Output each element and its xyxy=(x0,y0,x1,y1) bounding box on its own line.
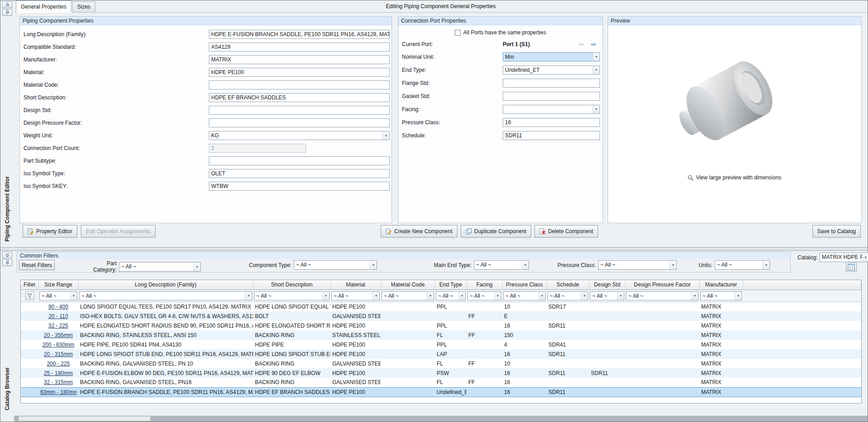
delete-component-button[interactable]: Delete Component xyxy=(534,225,598,238)
size-range-link[interactable]: 20 - 315mm xyxy=(38,349,78,359)
save-to-catalog-button[interactable]: Save to Catalog xyxy=(812,225,861,238)
field-input[interactable]: SDR11 xyxy=(503,131,600,140)
next-port-button[interactable]: ⇨ xyxy=(591,41,596,47)
checkbox-box-icon[interactable] xyxy=(455,30,461,36)
column-filter-combo[interactable]: ~ All ~▾ xyxy=(79,291,252,300)
size-range-link[interactable]: 200 - 225 xyxy=(38,359,78,368)
view-large-preview-link[interactable]: View large preview with dimensions xyxy=(608,174,861,181)
filter-funnel-button[interactable] xyxy=(25,291,34,300)
filter-combo[interactable]: ~ All ~▾ xyxy=(474,260,529,270)
size-range-link[interactable]: 32 - 225 xyxy=(38,321,78,330)
column-header[interactable]: End Type xyxy=(435,280,467,290)
reset-filters-button[interactable]: Reset Filters xyxy=(19,260,55,270)
field-input[interactable]: HDPE EF BRANCH SADDLES xyxy=(209,93,390,102)
pin-editor-panel-button[interactable] xyxy=(2,9,12,16)
field-label: Schedule: xyxy=(402,132,503,139)
horizontal-scrollbar[interactable] xyxy=(0,416,868,422)
column-header[interactable]: Design Pressure Factor xyxy=(625,280,699,290)
column-filter-combo[interactable]: ~ All ~▾ xyxy=(436,291,466,300)
column-header[interactable]: Material Code xyxy=(381,280,435,290)
field-combo[interactable]: ▾ xyxy=(503,105,600,114)
field-input[interactable]: HDPE PE100 xyxy=(209,68,390,77)
cell: 16 xyxy=(502,321,547,330)
field-input[interactable]: 16 xyxy=(503,118,600,127)
table-row[interactable]: 20 - 355mmBACKING RING, STAINLESS STEEL,… xyxy=(21,330,861,340)
tab-general-properties[interactable]: General Properties xyxy=(16,0,71,13)
size-range-link[interactable]: 20 - 110 xyxy=(38,311,78,321)
column-header[interactable]: Facing xyxy=(467,280,502,290)
column-header[interactable]: Size Range xyxy=(38,280,78,290)
field-input[interactable] xyxy=(503,92,600,101)
catalog-combo[interactable]: MATRIX HDPE Pipe Fitt ▾ xyxy=(820,253,868,262)
field-input[interactable] xyxy=(209,118,390,127)
column-filter-combo[interactable]: ~ All ~▾ xyxy=(467,291,501,300)
size-range-link[interactable]: 200 - 630mm xyxy=(38,340,78,349)
filter-combo[interactable]: ~ All ~▾ xyxy=(715,260,770,270)
property-editor-button[interactable]: Property Editor xyxy=(23,225,77,238)
collapse-browser-panel-button[interactable] xyxy=(2,252,12,258)
collapse-editor-panel-button[interactable] xyxy=(2,1,12,8)
field-combo[interactable]: Undefined_ET▾ xyxy=(503,66,600,75)
catalog-grid[interactable]: FilterSize RangeLong Description (Family… xyxy=(20,280,862,403)
field-input[interactable]: HDPE E-FUSION BRANCH SADDLE, PE100 SDR11… xyxy=(209,30,390,39)
column-filter-combo[interactable]: ~ All ~▾ xyxy=(503,291,546,300)
column-filter-combo[interactable]: ~ All ~▾ xyxy=(626,291,698,300)
size-range-link[interactable]: 32 - 315mm xyxy=(38,378,78,387)
duplicate-component-button[interactable]: Duplicate Component xyxy=(461,225,531,238)
field-combo[interactable]: Mm▾ xyxy=(503,52,600,61)
field-input[interactable]: OLET xyxy=(209,169,390,178)
scrollbar-thumb[interactable] xyxy=(19,416,151,421)
field-input[interactable] xyxy=(209,80,390,89)
size-range-link[interactable]: 20 - 355mm xyxy=(38,330,78,340)
previous-port-button[interactable]: ⇦ xyxy=(579,41,584,47)
tab-sizes[interactable]: Sizes xyxy=(72,1,95,12)
column-header[interactable]: Manufacturer xyxy=(699,280,743,290)
column-header[interactable]: Schedule xyxy=(547,280,589,290)
size-range-link[interactable]: 90 - 400 xyxy=(38,302,78,311)
size-range-link[interactable]: 25 - 180mm xyxy=(38,368,78,378)
table-row[interactable]: 25 - 180mmHDPE E-FUSION ELBOW 90 DEG, PE… xyxy=(21,368,861,378)
cell xyxy=(381,330,435,340)
filter-combo[interactable]: ~ All ~▾ xyxy=(119,262,201,272)
all-ports-same-properties-checkbox[interactable]: All Ports have the same properties xyxy=(398,27,603,38)
field-input[interactable]: WTBW xyxy=(209,182,390,191)
column-header[interactable]: Design Std xyxy=(589,280,625,290)
column-filter-combo[interactable]: ~ All ~▾ xyxy=(331,291,380,300)
table-row[interactable]: 200 - 630mmHDPE PIPE, PE100 SDR41 PN4, A… xyxy=(21,340,861,349)
size-range-link[interactable]: 63mm - 180mn xyxy=(38,387,78,397)
filter-column-cell xyxy=(21,359,38,368)
column-filter-combo[interactable]: ~ All ~▾ xyxy=(254,291,330,300)
field-input[interactable] xyxy=(209,156,390,165)
field-input[interactable]: MATRIX xyxy=(209,55,390,64)
cell: SDR11 xyxy=(547,349,589,359)
column-header[interactable]: Long Description (Family) xyxy=(78,280,253,290)
pin-browser-panel-button[interactable] xyxy=(2,259,12,266)
field-input[interactable] xyxy=(209,106,390,115)
grid-column-chooser-button[interactable] xyxy=(846,263,857,272)
column-filter-combo[interactable]: ~ All ~▾ xyxy=(590,291,624,300)
field-input[interactable]: 2 xyxy=(209,144,306,153)
table-row[interactable]: 200 - 225BACKING RING, GALVANISED STEEL,… xyxy=(21,359,861,368)
column-filter-combo[interactable]: ~ All ~▾ xyxy=(382,291,434,300)
column-filter-combo[interactable]: ~ All ~▾ xyxy=(700,291,742,300)
column-header[interactable]: Short Description xyxy=(253,280,330,290)
column-filter-combo[interactable]: ~ All ~▾ xyxy=(547,291,588,300)
field-combo[interactable]: KG▾ xyxy=(209,131,390,140)
create-new-component-button[interactable]: Create New Component xyxy=(381,225,458,238)
table-row[interactable]: 20 - 315mmHDPE LONG SPIGOT STUB END, PE1… xyxy=(21,349,861,359)
column-header[interactable]: Material xyxy=(330,280,381,290)
field-input[interactable]: AS4129 xyxy=(209,42,390,52)
table-row[interactable]: 20 - 110ISO-HEX BOLTS, GALV STEEL GR 4.6… xyxy=(21,311,861,321)
table-row[interactable]: 32 - 225HDPE ELONGATED SHORT RADIUS BEND… xyxy=(21,321,861,330)
cell: HDPE E-FUSION ELBOW 90 DEG, PE100 SDR11 … xyxy=(78,368,253,378)
table-row[interactable]: 63mm - 180mnHDPE E-FUSION BRANCH SADDLE,… xyxy=(21,387,861,397)
filter-combo[interactable]: ~ All ~▾ xyxy=(598,260,677,270)
edit-operator-assignments-button[interactable]: Edit Operator Assignments xyxy=(81,225,156,238)
field-input[interactable] xyxy=(503,79,600,88)
column-header[interactable]: Filter xyxy=(21,280,38,290)
column-filter-combo[interactable]: ~ All ~▾ xyxy=(39,291,77,300)
table-row[interactable]: 90 - 400LONG SPIGOT EQUAL TEES, PE100 SD… xyxy=(21,302,861,311)
filter-combo[interactable]: ~ All ~▾ xyxy=(294,260,377,270)
table-row[interactable]: 32 - 315mmBACKING RING, GALVANISED STEEL… xyxy=(21,378,861,387)
column-header[interactable]: Pressure Class xyxy=(502,280,547,290)
